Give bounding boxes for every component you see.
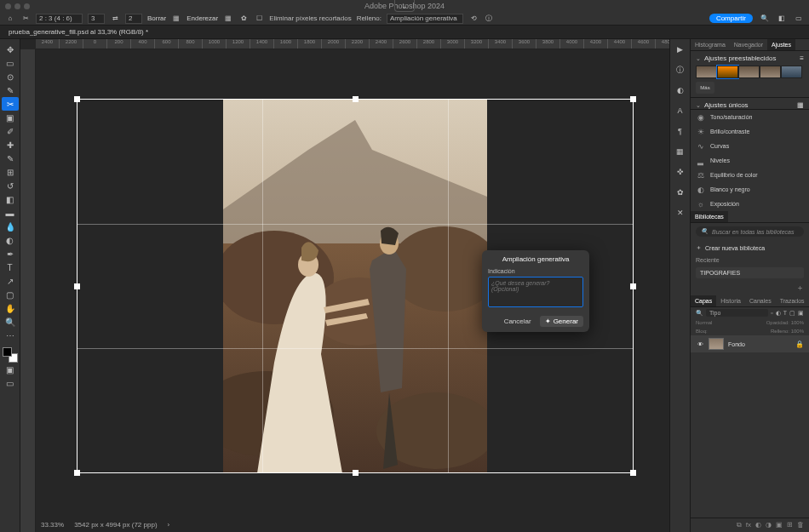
type-tool[interactable]: T	[2, 260, 19, 274]
opacity-field[interactable]: Opacidad: 100%	[766, 320, 804, 325]
move-tool[interactable]: ✥	[2, 43, 19, 56]
info-icon[interactable]: ⓘ	[484, 14, 494, 24]
preset-thumb[interactable]	[781, 66, 802, 78]
visibility-toggle[interactable]: 👁	[696, 341, 704, 347]
brushes-icon[interactable]: ✿	[675, 187, 686, 197]
document-tab[interactable]: prueba_generative_fill.psd al 33,3% (RGB…	[0, 26, 809, 39]
mask-icon[interactable]: ◐	[755, 521, 761, 529]
char-panel-icon[interactable]: A	[675, 106, 686, 116]
filter-type-icon[interactable]: T	[783, 310, 787, 316]
dodge-tool[interactable]: ◐	[2, 233, 19, 247]
close-icon[interactable]	[5, 3, 11, 9]
lock-icon[interactable]: 🔒	[795, 340, 804, 348]
minimize-icon[interactable]	[14, 3, 20, 9]
paragraph-icon[interactable]: ¶	[675, 126, 686, 136]
adjustment-item[interactable]: ◉Tono/saturación	[691, 110, 809, 124]
healing-tool[interactable]: ✚	[2, 138, 19, 152]
crop-handle-bl[interactable]	[74, 470, 80, 476]
lasso-tool[interactable]: ⊙	[2, 70, 19, 83]
library-search[interactable]: 🔍Buscar en todas las bibliotecas	[696, 226, 804, 237]
selection-tool[interactable]: ✎	[2, 83, 19, 97]
blend-mode-dropdown[interactable]: Normal	[696, 320, 712, 325]
add-library-item-icon[interactable]: ＋	[691, 281, 809, 295]
brush-tool[interactable]: ✎	[2, 152, 19, 165]
new-layer-icon[interactable]: ⊞	[787, 521, 793, 529]
color-icon[interactable]: ✜	[675, 167, 686, 177]
quickmask-tool[interactable]: ▣	[2, 363, 19, 376]
properties-icon[interactable]: ◐	[675, 85, 686, 95]
adjustment-item[interactable]: ⚖Equilibrio de color	[691, 168, 809, 182]
adjustment-item[interactable]: ☀Brillo/contraste	[691, 124, 809, 139]
panel-menu-icon[interactable]: ≡	[800, 54, 804, 62]
share-button[interactable]: Compartir	[709, 14, 753, 23]
crop-handle-r[interactable]	[630, 283, 636, 289]
clear-button[interactable]: Borrar	[147, 14, 166, 22]
prompt-input[interactable]	[488, 277, 583, 307]
group-icon[interactable]: ▣	[776, 521, 783, 529]
preset-thumb[interactable]	[717, 66, 738, 78]
filter-icon[interactable]: 🔍	[696, 310, 703, 317]
stamp-tool[interactable]: ⊞	[2, 165, 19, 179]
generate-button[interactable]: ✦Generar	[540, 316, 583, 327]
fill-field[interactable]: Relleno: 100%	[771, 329, 804, 334]
crop-handle-tr[interactable]	[630, 96, 636, 102]
layer-row[interactable]: 👁 Fondo 🔒	[691, 335, 809, 352]
filter-adj-icon[interactable]: ◐	[776, 310, 781, 317]
adjustment-layer-icon[interactable]: ◑	[766, 521, 772, 529]
adjustment-item[interactable]: ∿Curvas	[691, 139, 809, 153]
info-panel-icon[interactable]: ⓘ	[675, 65, 686, 75]
preset-thumb[interactable]	[696, 66, 717, 78]
zoom-level[interactable]: 33.33%	[41, 521, 64, 529]
straighten-grid-icon[interactable]: ▦	[171, 14, 181, 24]
crop-handle-tl[interactable]	[74, 96, 80, 102]
filter-smart-icon[interactable]: ▣	[798, 310, 804, 317]
filter-kind-dropdown[interactable]: Tipo	[706, 309, 768, 317]
aspect-ratio-dropdown[interactable]: 2 : 3 (4 : 6)	[36, 14, 83, 24]
adjustment-item[interactable]: ◐Blanco y negro	[691, 182, 809, 197]
color-swatches[interactable]	[3, 347, 18, 363]
chevron-down-icon[interactable]: ⌄	[696, 102, 701, 109]
crop-tool-icon[interactable]: ✂	[20, 14, 31, 24]
layer-thumbnail[interactable]	[709, 338, 724, 350]
pen-tool[interactable]: ✒	[2, 247, 19, 260]
gradient-tool[interactable]: ▬	[2, 206, 19, 220]
frame-tool[interactable]: ▣	[2, 111, 19, 124]
path-tool[interactable]: ↗	[2, 274, 19, 288]
gear-icon[interactable]: ✿	[238, 14, 249, 24]
tab-history[interactable]: Historia	[716, 295, 745, 306]
history-brush-tool[interactable]: ↺	[2, 179, 19, 192]
checkbox-delete-px[interactable]: ☐	[254, 14, 264, 24]
fill-dropdown[interactable]: Ampliación generativa	[387, 14, 463, 24]
tab-channels[interactable]: Canales	[745, 295, 776, 306]
filter-shape-icon[interactable]: ▢	[789, 310, 795, 317]
crop-handle-br[interactable]	[630, 470, 636, 476]
play-icon[interactable]: ▶	[675, 44, 686, 54]
tab-adjustments[interactable]: Ajustes	[767, 39, 795, 50]
fx-icon[interactable]: fx	[746, 521, 751, 529]
tab-libraries[interactable]: Bibliotecas	[691, 211, 728, 222]
library-item[interactable]: TIPOGRAFIES	[696, 267, 804, 278]
grid-view-icon[interactable]: ▦	[797, 101, 804, 109]
preset-thumb[interactable]	[760, 66, 781, 78]
tab-layers[interactable]: Capas	[691, 295, 716, 306]
panel-menu-icon[interactable]: ▭	[794, 14, 804, 24]
foreground-color[interactable]	[3, 347, 12, 357]
link-layers-icon[interactable]: ⧉	[737, 521, 742, 529]
crop-width-field[interactable]: 3	[88, 14, 105, 24]
search-icon[interactable]: 🔍	[760, 14, 770, 24]
crop-tool[interactable]: ✂	[2, 97, 19, 111]
tab-histogram[interactable]: Histograma	[691, 39, 730, 50]
zoom-icon[interactable]	[24, 3, 30, 9]
restore-dropdown[interactable]: ⌄	[394, 0, 415, 12]
crop-handle-l[interactable]	[74, 283, 80, 289]
tool-presets-icon[interactable]: ✕	[675, 208, 686, 218]
canvas-area[interactable]: 2400220002004006008001000120014001600180…	[20, 39, 669, 532]
straighten-button[interactable]: Enderezar	[186, 14, 218, 22]
swatches-icon[interactable]: ▦	[675, 146, 686, 157]
cancel-button[interactable]: Cancelar	[501, 316, 535, 327]
eraser-tool[interactable]: ◧	[2, 192, 19, 206]
zoom-tool[interactable]: 🔍	[2, 315, 19, 329]
filter-img-icon[interactable]: ▫	[771, 310, 772, 316]
workspace-icon[interactable]: ◧	[777, 14, 787, 24]
reset-icon[interactable]: ⟲	[468, 14, 479, 24]
